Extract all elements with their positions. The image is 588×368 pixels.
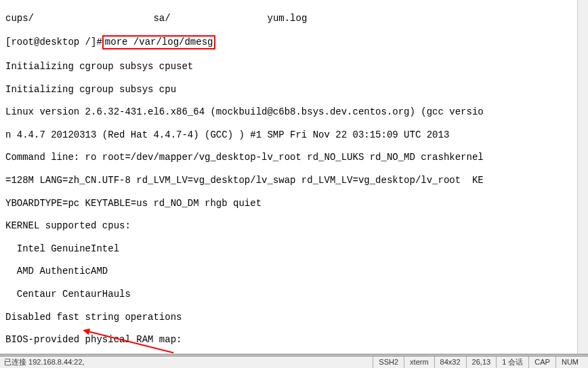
status-cap: CAP <box>528 356 555 368</box>
command-text: more /var/log/dmesg <box>105 37 213 47</box>
status-num: NUM <box>555 356 584 368</box>
status-pos: 26,13 <box>466 356 497 368</box>
output-line: Disabled fast string operations <box>5 312 583 323</box>
output-line: Initializing cgroup subsys cpu <box>5 84 583 96</box>
output-line: AMD AuthenticAMD <box>5 266 583 277</box>
output-line: YBOARDTYPE=pc KEYTABLE=us rd_NO_DM rhgb … <box>5 198 583 209</box>
output-line: Initializing cgroup subsys cpuset <box>5 61 583 73</box>
status-bar: 已连接 192.168.8.44:22, SSH2 xterm 84x32 26… <box>0 356 588 368</box>
output-line: KERNEL supported cpus: <box>5 220 583 232</box>
status-term: xterm <box>404 356 434 368</box>
output-line: n 4.4.7 20120313 (Red Hat 4.4.7-4) (GCC)… <box>5 129 583 141</box>
output-line: Command line: ro root=/dev/mapper/vg_des… <box>5 152 583 163</box>
scrollbar[interactable] <box>577 0 588 354</box>
prompt-text: [root@desktop /]# <box>5 37 102 48</box>
status-size: 84x32 <box>434 356 466 368</box>
terminal-output[interactable]: cups/ sa/ yum.log [root@desktop /]# more… <box>0 0 588 368</box>
prev-output-line: cups/ sa/ yum.log <box>5 13 583 24</box>
output-line: BIOS-provided physical RAM map: <box>5 334 583 346</box>
command-highlight: more /var/log/dmesg <box>102 35 216 49</box>
output-line: =128M LANG=zh_CN.UTF-8 rd_LVM_LV=vg_desk… <box>5 175 583 186</box>
status-sessions: 1 会话 <box>496 356 528 368</box>
output-line: Intel GenuineIntel <box>5 243 583 255</box>
prompt-line: [root@desktop /]# more /var/log/dmesg <box>5 35 583 49</box>
output-line: Centaur CentaurHauls <box>5 289 583 300</box>
status-proto: SSH2 <box>373 356 404 368</box>
output-line: Linux version 2.6.32-431.el6.x86_64 (moc… <box>5 106 583 118</box>
status-connection: 已连接 192.168.8.44:22, <box>4 358 85 367</box>
